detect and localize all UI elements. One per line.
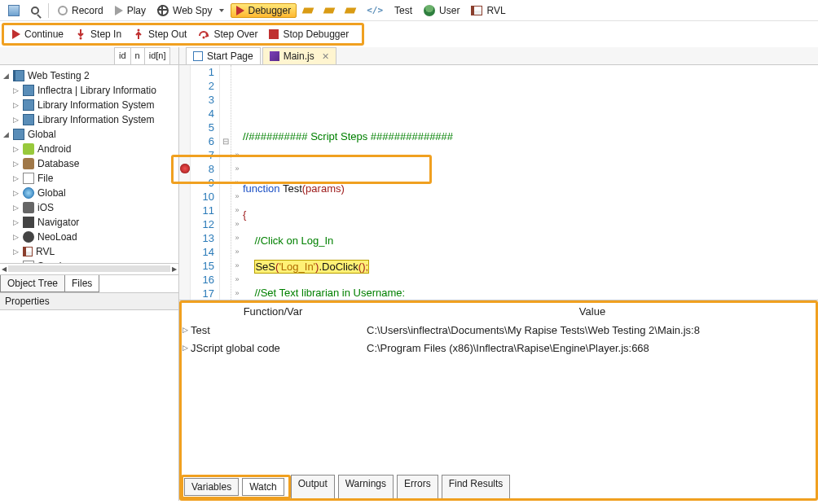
close-icon[interactable]: ✕ [322, 51, 329, 62]
tree-item[interactable]: ▷Library Information System [0, 98, 178, 112]
find-button[interactable] [26, 2, 44, 20]
files-tab[interactable]: Files [64, 275, 99, 292]
code-editor[interactable]: 1234567891011121314151617 ⊟ »»»»»»»»»»» … [179, 65, 818, 300]
tree-item-ios[interactable]: ▷iOS [0, 200, 178, 215]
find-results-tab[interactable]: Find Results [442, 475, 511, 499]
step-over-button[interactable]: Step Over [193, 25, 262, 43]
tree-item-rvl[interactable]: ▷RVL [0, 244, 178, 259]
rvl-button[interactable]: RVL [466, 2, 510, 20]
save-button[interactable] [3, 2, 24, 20]
highlight-annotation: Variables Watch [181, 475, 291, 499]
js-icon [270, 51, 279, 61]
svg-point-0 [80, 37, 82, 40]
line-number-gutter: 1234567891011121314151617 [191, 65, 220, 300]
callstack-row[interactable]: ▷JScript global codeC:\Program Files (x8… [179, 339, 818, 357]
webspy-button[interactable]: Web Spy [152, 2, 228, 20]
svg-point-2 [203, 37, 205, 39]
watch-tab[interactable]: Watch [242, 478, 284, 496]
page-icon [193, 51, 203, 61]
properties-header: Properties [0, 292, 178, 310]
object-tree-tab[interactable]: Object Tree [0, 275, 65, 292]
stack3-button[interactable] [341, 2, 360, 20]
debugger-toolbar: Continue Step In Step Out Step Over Stop… [2, 23, 364, 46]
tree-root-global[interactable]: ◢Global [0, 127, 178, 142]
tab-start-page[interactable]: Start Page [186, 47, 261, 64]
code-content[interactable]: //########## Script Steps ##############… [243, 65, 818, 300]
stop-debugger-button[interactable]: Stop Debugger [264, 25, 354, 43]
continue-button[interactable]: Continue [7, 25, 68, 43]
warnings-tab[interactable]: Warnings [338, 475, 394, 499]
watch-header: Function/Var Value [179, 300, 818, 321]
tree-item-neoload[interactable]: ▷NeoLoad [0, 230, 178, 244]
filter-idn[interactable]: id[n] [144, 47, 171, 64]
filter-id[interactable]: id [114, 47, 131, 64]
tree-item[interactable]: ▷Inflectra | Library Informatio [0, 83, 178, 98]
step-in-button[interactable]: Step In [70, 25, 126, 43]
test-button[interactable]: Test [389, 2, 417, 20]
tree-filter-tabs: id n id[n] [0, 47, 178, 65]
tree-item-file[interactable]: ▷File [0, 171, 178, 186]
tab-main-js[interactable]: Main.js✕ [262, 47, 336, 64]
object-tree: ◢Web Testing 2 ▷Inflectra | Library Info… [0, 65, 178, 263]
breakpoint-icon[interactable] [180, 164, 190, 173]
filter-n[interactable]: n [130, 47, 145, 64]
tree-root-webtesting[interactable]: ◢Web Testing 2 [0, 68, 178, 83]
tree-item-global[interactable]: ▷Global [0, 186, 178, 200]
code-button[interactable]: </> [362, 2, 388, 20]
svg-point-1 [138, 29, 140, 32]
record-button[interactable]: Record [53, 2, 108, 20]
properties-panel [0, 310, 178, 502]
step-out-button[interactable]: Step Out [128, 25, 191, 43]
tree-item[interactable]: ▷Library Information System [0, 112, 178, 127]
stack1-button[interactable] [298, 2, 318, 20]
tree-item-android[interactable]: ▷Android [0, 142, 178, 156]
debugger-button[interactable]: Debugger [231, 3, 297, 18]
bottom-tabstrip: Variables Watch Output Warnings Errors F… [179, 473, 818, 501]
debug-panel: Function/Var Value ▷TestC:\Users\inflect… [179, 300, 818, 501]
errors-tab[interactable]: Errors [397, 475, 438, 499]
callstack-row[interactable]: ▷TestC:\Users\inflectra\Documents\My Rap… [179, 321, 818, 339]
output-tab[interactable]: Output [291, 475, 335, 499]
user-button[interactable]: User [419, 2, 464, 20]
editor-tabstrip: Start Page Main.js✕ [179, 47, 818, 65]
tree-item-database[interactable]: ▷Database [0, 156, 178, 171]
variables-tab[interactable]: Variables [184, 478, 239, 496]
tree-item-navigator[interactable]: ▷Navigator [0, 215, 178, 230]
tree-scrollbar[interactable]: ◀▶ [0, 263, 178, 274]
main-toolbar: Record Play Web Spy Debugger </> Test Us… [0, 0, 818, 21]
play-button[interactable]: Play [110, 2, 151, 20]
stack2-button[interactable] [319, 2, 339, 20]
